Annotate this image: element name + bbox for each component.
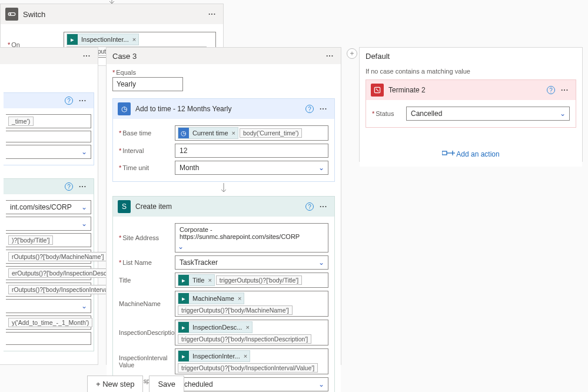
action-menu[interactable]: ··· — [317, 105, 330, 113]
case-title: Case 3 — [112, 52, 324, 61]
add-action-link[interactable]: Add an action — [456, 150, 499, 158]
help-icon[interactable]: ? — [547, 86, 555, 94]
equals-label: Equals — [112, 69, 335, 76]
sharepoint-dynamic-icon: ▸ — [67, 34, 78, 45]
site-address-select[interactable]: Corporate - https://sunmc.sharepoint.com… — [175, 223, 328, 253]
left-case-partial: ··· ? ··· _time') ⌄ ? ··· — [0, 47, 98, 365]
default-subtitle: If no case contains a matching value — [366, 68, 576, 75]
chevron-down-icon[interactable]: ⌄ — [81, 203, 87, 211]
switch-icon — [5, 8, 18, 21]
add-case-button[interactable]: + — [347, 48, 357, 59]
default-case: Default If no case contains a matching v… — [359, 47, 583, 162]
flow-arrow-icon — [112, 182, 335, 196]
clock-dynamic-icon: ◷ — [178, 128, 189, 138]
pill-remove[interactable]: × — [235, 295, 244, 302]
time-unit-label: Time unit — [119, 164, 175, 171]
add-action-icon — [442, 150, 453, 158]
svg-rect-1 — [8, 13, 15, 16]
inspectioninterval-input[interactable]: ▸InspectionInter...× triggerOutputs()?['… — [175, 348, 328, 374]
add-to-time-action: ◷ Add to time - 12 Months Yearly ? ··· B… — [112, 98, 335, 182]
list-name-label: List Name — [119, 259, 175, 266]
svg-rect-10 — [442, 151, 447, 155]
terminate-icon — [371, 84, 384, 97]
create-item-action: S Create item ? ··· Site Address Corpora… — [112, 196, 335, 392]
chevron-down-icon: ⌄ — [560, 109, 566, 118]
chevron-down-icon: ⌄ — [318, 164, 324, 172]
help-icon[interactable]: ? — [305, 105, 314, 113]
left-case-menu[interactable]: ··· — [81, 52, 93, 60]
switch-menu[interactable]: ··· — [206, 10, 218, 18]
terminate-action: Terminate 2 ? ··· Status Cancelled⌄ — [366, 79, 576, 128]
help-icon[interactable]: ? — [305, 202, 314, 211]
switch-title: Switch — [23, 10, 206, 19]
title-field-input[interactable]: ▸Title× triggerOutputs()?['body/Title'] — [175, 273, 328, 288]
default-title: Default — [366, 52, 577, 61]
inspectiondescription-label: InspectionDescription — [119, 329, 175, 336]
new-step-button[interactable]: + New step — [87, 376, 143, 392]
create-item-title: Create item — [135, 202, 305, 211]
case-3: Case 3 ··· Equals Yearly ◷ Add to time -… — [106, 47, 341, 365]
base-time-label: Base time — [119, 129, 175, 137]
chevron-down-icon[interactable]: ⌄ — [81, 302, 87, 310]
site-address-label: Site Address — [119, 234, 175, 241]
action-menu[interactable]: ··· — [317, 202, 330, 211]
title-field-label: Title — [119, 277, 175, 284]
svg-line-9 — [376, 89, 379, 92]
chevron-down-icon[interactable]: ⌄ — [81, 148, 87, 156]
inspectiondescription-input[interactable]: ▸InspectionDesc...× triggerOutputs()?['b… — [175, 320, 328, 346]
interval-input[interactable]: 12 — [175, 144, 328, 158]
equals-input[interactable]: Yearly — [112, 77, 183, 91]
chevron-down-icon: ⌄ — [318, 258, 324, 267]
sharepoint-dynamic-icon: ▸ — [178, 275, 189, 285]
dynamic-content-pill[interactable]: ▸ InspectionInter... × — [67, 34, 139, 45]
action-menu[interactable]: ··· — [77, 182, 89, 191]
list-name-select[interactable]: TaskTracker⌄ — [175, 255, 328, 270]
sharepoint-dynamic-icon: ▸ — [178, 351, 189, 361]
interval-label: Interval — [119, 147, 175, 154]
machinename-input[interactable]: ▸MachineName× triggerOutputs()?['body/Ma… — [175, 291, 328, 317]
time-unit-select[interactable]: Month⌄ — [175, 161, 328, 175]
pill-remove[interactable]: × — [230, 129, 238, 137]
sharepoint-icon: S — [118, 200, 131, 213]
action-menu[interactable]: ··· — [559, 86, 571, 94]
machinename-label: MachineName — [119, 300, 175, 307]
add-to-time-title: Add to time - 12 Months Yearly — [135, 105, 305, 113]
base-time-input[interactable]: ◷Current time× body('Current_time') — [175, 125, 328, 141]
pill-remove[interactable]: × — [130, 36, 138, 43]
pill-remove[interactable]: × — [205, 277, 214, 284]
case-menu[interactable]: ··· — [324, 52, 336, 60]
action-menu[interactable]: ··· — [77, 97, 89, 105]
chevron-down-icon: ⌄ — [178, 242, 184, 251]
save-button[interactable]: Save — [149, 376, 184, 392]
help-icon[interactable]: ? — [65, 97, 73, 105]
pill-remove[interactable]: × — [243, 324, 251, 331]
inspectioninterval-label: InspectionInterval Value — [119, 354, 175, 368]
currentinspectionstatus-select[interactable]: Scheduled⌄ — [175, 377, 328, 391]
terminate-status-select[interactable]: Cancelled⌄ — [406, 107, 570, 121]
sharepoint-dynamic-icon: ▸ — [178, 322, 189, 333]
pill-remove[interactable]: × — [241, 353, 250, 360]
chevron-down-icon[interactable]: ⌄ — [81, 220, 87, 228]
svg-point-2 — [9, 14, 11, 15]
clock-icon: ◷ — [118, 102, 131, 115]
terminate-status-label: Status — [372, 110, 406, 117]
terminate-title: Terminate 2 — [388, 86, 547, 94]
sharepoint-dynamic-icon: ▸ — [178, 293, 189, 304]
help-icon[interactable]: ? — [65, 182, 73, 191]
chevron-down-icon: ⌄ — [318, 380, 324, 388]
